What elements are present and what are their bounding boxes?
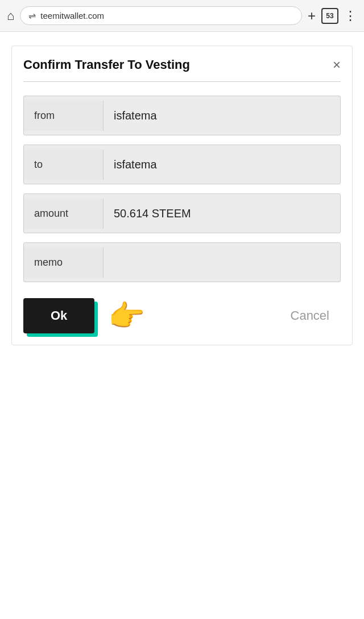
new-tab-icon[interactable]: + bbox=[308, 8, 316, 24]
dialog-header: Confirm Transfer To Vesting × bbox=[23, 57, 341, 72]
from-value: isfatema bbox=[104, 100, 340, 131]
from-field-row: from isfatema bbox=[23, 96, 341, 135]
cancel-button[interactable]: Cancel bbox=[279, 303, 341, 329]
memo-field-row: memo bbox=[23, 242, 341, 282]
buttons-row: Ok 👉 Cancel bbox=[23, 298, 341, 333]
memo-value bbox=[104, 253, 340, 271]
close-button[interactable]: × bbox=[333, 58, 341, 72]
url-bar[interactable]: ⇌ teemitwallet.com bbox=[20, 6, 302, 25]
amount-label: amount bbox=[24, 199, 104, 229]
amount-field-row: amount 50.614 STEEM bbox=[23, 193, 341, 233]
confirm-transfer-dialog: Confirm Transfer To Vesting × from isfat… bbox=[11, 46, 353, 345]
header-divider bbox=[23, 81, 341, 82]
pointing-hand-emoji: 👉 bbox=[108, 299, 145, 333]
more-options-icon[interactable]: ⋮ bbox=[344, 9, 357, 23]
memo-label: memo bbox=[24, 247, 104, 278]
browser-bar: ⌂ ⇌ teemitwallet.com + 53 ⋮ bbox=[0, 0, 364, 32]
dialog-title: Confirm Transfer To Vesting bbox=[23, 57, 190, 72]
url-text: teemitwallet.com bbox=[40, 11, 104, 20]
to-field-row: to isfatema bbox=[23, 145, 341, 184]
tabs-count[interactable]: 53 bbox=[321, 8, 338, 24]
to-value: isfatema bbox=[104, 149, 340, 180]
from-label: from bbox=[24, 101, 104, 131]
to-label: to bbox=[24, 150, 104, 180]
content-area: Confirm Transfer To Vesting × from isfat… bbox=[0, 32, 364, 359]
ok-button-wrapper: Ok bbox=[23, 298, 94, 333]
home-icon[interactable]: ⌂ bbox=[7, 9, 14, 23]
site-info-icon: ⇌ bbox=[28, 10, 36, 21]
amount-value: 50.614 STEEM bbox=[104, 198, 340, 229]
ok-button[interactable]: Ok bbox=[23, 298, 94, 333]
